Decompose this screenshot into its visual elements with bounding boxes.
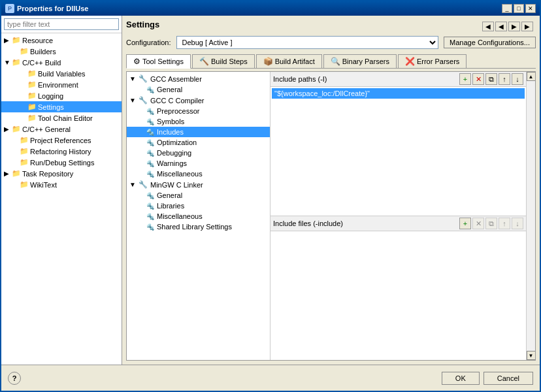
tree-item-label: Logging [38, 92, 63, 100]
tool-item-icon: 🔩 [146, 160, 154, 167]
tool-tree-item-gcc_assembler[interactable]: ▼🔧GCC Assembler [127, 73, 270, 84]
tool-tree-item-symbols[interactable]: 🔩Symbols [127, 116, 270, 127]
delete-include-path-button[interactable]: ✕ [472, 73, 484, 85]
delete-include-file-button[interactable]: ✕ [472, 218, 484, 229]
move-up-include-path-button[interactable]: ↑ [499, 73, 510, 85]
maximize-button[interactable]: □ [514, 4, 524, 13]
tool-tree-item-miscellaneous_compiler[interactable]: 🔩Miscellaneous [127, 169, 270, 179]
filter-input[interactable] [4, 18, 119, 30]
tool-tree-item-linker_general[interactable]: 🔩General [127, 190, 270, 201]
tree-item-task_repository[interactable]: ▶📁Task Repository [1, 168, 122, 179]
add-include-file-button[interactable]: + [459, 218, 471, 229]
nav-forward-button[interactable]: ▶ [508, 22, 520, 31]
tool-tree-expander[interactable]: ▼ [129, 75, 137, 82]
tool-tree-expander[interactable]: ▼ [129, 97, 137, 104]
move-down-include-path-button[interactable]: ↓ [512, 73, 523, 85]
folder-icon: 🔧 [139, 180, 148, 189]
tab-label: Tool Settings [142, 57, 184, 65]
include-files-toolbar: + ✕ ⧉ ↑ ↓ [459, 218, 523, 229]
tool-tree-item-includes[interactable]: 🔩Includes [127, 127, 270, 137]
tab-label: Build Artifact [275, 57, 315, 65]
tree-item-project_references[interactable]: 📁Project References [1, 135, 122, 146]
nav-back2-button[interactable]: ◀ [495, 22, 507, 31]
include-paths-list: "${workspace_loc:/DllCreate}" [270, 87, 526, 216]
nav-bar: ◀ ◀ ▶ ▶ [480, 20, 536, 33]
tool-tree-item-mingw_linker[interactable]: ▼🔧MinGW C Linker [127, 179, 270, 190]
tree-item-settings[interactable]: 📁Settings [1, 101, 122, 112]
tool-tree-item-libraries[interactable]: 🔩Libraries [127, 201, 270, 211]
folder-icon: 📁 [12, 36, 21, 44]
tree-item-label: Environment [38, 81, 78, 89]
tool-tree-item-miscellaneous_linker[interactable]: 🔩Miscellaneous [127, 211, 270, 221]
folder-icon: 📁 [12, 58, 21, 67]
settings-title: Settings [126, 20, 159, 29]
tool-tree-item-gcc_c_compiler[interactable]: ▼🔧GCC C Compiler [127, 95, 270, 106]
folder-icon: 🔧 [139, 74, 148, 83]
scroll-up-button[interactable]: ▲ [527, 72, 536, 81]
tree-item-run_debug_settings[interactable]: 📁Run/Debug Settings [1, 157, 122, 168]
config-row: Configuration: Debug [ Active ] Manage C… [126, 36, 536, 49]
tree-item-label: Build Variables [38, 70, 86, 78]
tree-item-build_variables[interactable]: 📁Build Variables [1, 68, 122, 79]
tree-item-resource[interactable]: ▶📁Resource [1, 35, 122, 46]
tree-item-environment[interactable]: 📁Environment [1, 79, 122, 90]
tool-tree-expander[interactable]: ▼ [129, 181, 137, 188]
tool-tree-item-label: MinGW C Linker [150, 181, 203, 189]
tree-item-cpp_general[interactable]: ▶📁C/C++ General [1, 123, 122, 135]
nav-forward2-button[interactable]: ▶ [521, 22, 533, 31]
minimize-button[interactable]: _ [502, 4, 512, 13]
tool-tree-item-label: Debugging [157, 149, 191, 157]
tool-tree-item-shared_library_settings[interactable]: 🔩Shared Library Settings [127, 221, 270, 232]
folder-icon: 📁 [20, 147, 29, 155]
tree-item-label: Task Repository [22, 170, 73, 178]
main-content: ▶📁Resource📁Builders▼📁C/C++ Build📁Build V… [1, 16, 540, 365]
tree-item-label: WikiText [30, 181, 57, 189]
manage-configurations-button[interactable]: Manage Configurations... [444, 37, 536, 48]
tree-item-label: Settings [38, 103, 64, 111]
scrollbar: ▲ ▼ [526, 72, 535, 360]
tab-label: Build Steps [211, 57, 248, 65]
tree-expander[interactable]: ▼ [4, 59, 12, 66]
tree-item-refactoring_history[interactable]: 📁Refactoring History [1, 146, 122, 157]
add-include-path-button[interactable]: + [459, 73, 471, 85]
tool-tree-item-gcc_assembler_general[interactable]: 🔩General [127, 84, 270, 95]
tool-tree-item-label: General [157, 191, 182, 199]
tab-icon: 🔍 [331, 57, 340, 66]
tab-tool_settings[interactable]: ⚙Tool Settings [126, 54, 191, 69]
nav-back-button[interactable]: ◀ [482, 22, 494, 31]
folder-icon: 📁 [20, 47, 29, 56]
copy-include-path-button[interactable]: ⧉ [485, 73, 497, 85]
cancel-button[interactable]: Cancel [484, 372, 533, 385]
tool-tree-item-warnings[interactable]: 🔩Warnings [127, 158, 270, 169]
tree-expander[interactable]: ▶ [4, 170, 12, 177]
tree-item-logging[interactable]: 📁Logging [1, 90, 122, 101]
tree-item-label: Run/Debug Settings [30, 159, 94, 167]
tool-item-icon: 🔩 [146, 108, 154, 115]
tab-error_parsers[interactable]: ❌Error Parsers [398, 54, 467, 68]
title-bar-buttons: _ □ ✕ [502, 4, 536, 13]
tool-tree-item-preprocessor[interactable]: 🔩Preprocessor [127, 106, 270, 116]
tree-item-label: Project References [30, 137, 91, 144]
tree-item-tool_chain_editor[interactable]: 📁Tool Chain Editor [1, 112, 122, 123]
config-select[interactable]: Debug [ Active ] [176, 36, 439, 49]
window-icon: P [5, 4, 14, 13]
ok-button[interactable]: OK [442, 372, 480, 385]
tree-expander[interactable]: ▶ [4, 125, 12, 133]
tab-binary_parsers[interactable]: 🔍Binary Parsers [323, 54, 397, 68]
tool-tree-item-debugging[interactable]: 🔩Debugging [127, 148, 270, 158]
tree-item-wikitext[interactable]: 📁WikiText [1, 179, 122, 190]
help-button[interactable]: ? [8, 372, 21, 385]
tool-tree-item-optimization[interactable]: 🔩Optimization [127, 137, 270, 148]
include-path-item[interactable]: "${workspace_loc:/DllCreate}" [272, 88, 525, 99]
tree-expander[interactable]: ▶ [4, 37, 12, 44]
tab-build_steps[interactable]: 🔨Build Steps [192, 54, 255, 68]
tree-item-builders[interactable]: 📁Builders [1, 46, 122, 57]
move-down-include-file-button[interactable]: ↓ [512, 218, 523, 229]
move-up-include-file-button[interactable]: ↑ [499, 218, 510, 229]
copy-include-file-button[interactable]: ⧉ [485, 218, 497, 229]
tool-item-icon: 🔩 [146, 171, 154, 178]
tab-build_artifact[interactable]: 📦Build Artifact [256, 54, 322, 68]
tree-item-cpp_build[interactable]: ▼📁C/C++ Build [1, 57, 122, 68]
close-button[interactable]: ✕ [525, 4, 536, 13]
scroll-down-button[interactable]: ▼ [527, 351, 536, 360]
